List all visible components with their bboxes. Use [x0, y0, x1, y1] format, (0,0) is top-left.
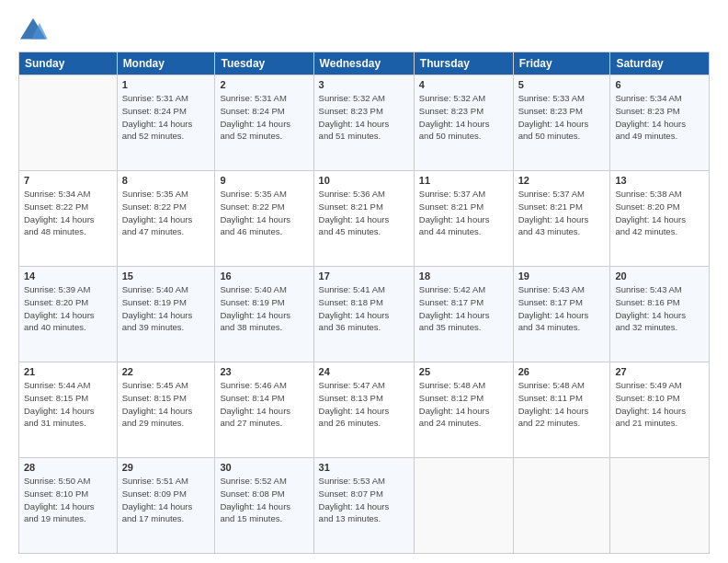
day-number: 24 — [319, 366, 409, 377]
day-number: 5 — [518, 79, 606, 90]
day-number: 6 — [615, 79, 704, 90]
calendar-day-header: Sunday — [19, 52, 118, 75]
calendar-table: SundayMondayTuesdayWednesdayThursdayFrid… — [18, 52, 710, 554]
calendar-cell — [513, 458, 610, 554]
day-info: Sunrise: 5:49 AMSunset: 8:10 PMDaylight:… — [615, 379, 704, 430]
calendar-cell: 11Sunrise: 5:37 AMSunset: 8:21 PMDayligh… — [414, 171, 513, 267]
day-number: 15 — [122, 270, 210, 282]
calendar-cell: 26Sunrise: 5:48 AMSunset: 8:11 PMDayligh… — [513, 362, 610, 458]
calendar-day-header: Thursday — [414, 52, 513, 75]
calendar-day-header: Wednesday — [313, 52, 414, 75]
calendar-cell: 19Sunrise: 5:43 AMSunset: 8:17 PMDayligh… — [513, 267, 610, 362]
day-number: 18 — [419, 270, 508, 282]
calendar-cell: 18Sunrise: 5:42 AMSunset: 8:17 PMDayligh… — [414, 267, 513, 362]
day-number: 20 — [615, 270, 704, 282]
day-info: Sunrise: 5:32 AMSunset: 8:23 PMDaylight:… — [319, 92, 409, 143]
day-info: Sunrise: 5:40 AMSunset: 8:19 PMDaylight:… — [122, 283, 210, 334]
day-number: 25 — [419, 366, 508, 377]
day-number: 16 — [220, 270, 308, 282]
day-info: Sunrise: 5:35 AMSunset: 8:22 PMDaylight:… — [220, 188, 308, 238]
page: SundayMondayTuesdayWednesdayThursdayFrid… — [0, 0, 728, 563]
day-info: Sunrise: 5:37 AMSunset: 8:21 PMDaylight:… — [419, 188, 508, 238]
calendar-cell: 8Sunrise: 5:35 AMSunset: 8:22 PMDaylight… — [117, 171, 215, 267]
calendar-week-row: 28Sunrise: 5:50 AMSunset: 8:10 PMDayligh… — [19, 458, 710, 554]
calendar-cell — [414, 458, 513, 554]
calendar-cell: 20Sunrise: 5:43 AMSunset: 8:16 PMDayligh… — [610, 267, 710, 362]
day-info: Sunrise: 5:46 AMSunset: 8:14 PMDaylight:… — [220, 379, 308, 430]
day-info: Sunrise: 5:51 AMSunset: 8:09 PMDaylight:… — [122, 475, 210, 525]
calendar-cell: 21Sunrise: 5:44 AMSunset: 8:15 PMDayligh… — [19, 362, 118, 458]
calendar-cell: 4Sunrise: 5:32 AMSunset: 8:23 PMDaylight… — [414, 75, 513, 171]
day-info: Sunrise: 5:50 AMSunset: 8:10 PMDaylight:… — [24, 475, 112, 525]
calendar-cell: 14Sunrise: 5:39 AMSunset: 8:20 PMDayligh… — [19, 267, 118, 362]
day-number: 30 — [220, 462, 308, 473]
day-info: Sunrise: 5:40 AMSunset: 8:19 PMDaylight:… — [220, 283, 308, 334]
calendar-cell: 23Sunrise: 5:46 AMSunset: 8:14 PMDayligh… — [215, 362, 313, 458]
day-number: 10 — [319, 175, 409, 186]
calendar-cell: 9Sunrise: 5:35 AMSunset: 8:22 PMDaylight… — [215, 171, 313, 267]
day-number: 14 — [24, 270, 112, 282]
calendar-cell: 17Sunrise: 5:41 AMSunset: 8:18 PMDayligh… — [313, 267, 414, 362]
header — [18, 17, 710, 42]
calendar-cell: 16Sunrise: 5:40 AMSunset: 8:19 PMDayligh… — [215, 267, 313, 362]
day-info: Sunrise: 5:48 AMSunset: 8:12 PMDaylight:… — [419, 379, 508, 430]
calendar-cell: 22Sunrise: 5:45 AMSunset: 8:15 PMDayligh… — [117, 362, 215, 458]
calendar-week-row: 1Sunrise: 5:31 AMSunset: 8:24 PMDaylight… — [19, 75, 710, 171]
calendar-cell: 12Sunrise: 5:37 AMSunset: 8:21 PMDayligh… — [513, 171, 610, 267]
day-info: Sunrise: 5:39 AMSunset: 8:20 PMDaylight:… — [24, 283, 112, 334]
day-info: Sunrise: 5:48 AMSunset: 8:11 PMDaylight:… — [518, 379, 606, 430]
day-info: Sunrise: 5:44 AMSunset: 8:15 PMDaylight:… — [24, 379, 112, 430]
day-number: 8 — [122, 175, 210, 186]
calendar-day-header: Saturday — [610, 52, 710, 75]
calendar-cell: 13Sunrise: 5:38 AMSunset: 8:20 PMDayligh… — [610, 171, 710, 267]
day-info: Sunrise: 5:37 AMSunset: 8:21 PMDaylight:… — [518, 188, 606, 238]
calendar-cell: 5Sunrise: 5:33 AMSunset: 8:23 PMDaylight… — [513, 75, 610, 171]
calendar-cell: 28Sunrise: 5:50 AMSunset: 8:10 PMDayligh… — [19, 458, 118, 554]
calendar-cell: 29Sunrise: 5:51 AMSunset: 8:09 PMDayligh… — [117, 458, 215, 554]
day-info: Sunrise: 5:35 AMSunset: 8:22 PMDaylight:… — [122, 188, 210, 238]
calendar-cell: 2Sunrise: 5:31 AMSunset: 8:24 PMDaylight… — [215, 75, 313, 171]
calendar-cell: 31Sunrise: 5:53 AMSunset: 8:07 PMDayligh… — [313, 458, 414, 554]
calendar-cell: 30Sunrise: 5:52 AMSunset: 8:08 PMDayligh… — [215, 458, 313, 554]
day-info: Sunrise: 5:42 AMSunset: 8:17 PMDaylight:… — [419, 283, 508, 334]
day-number: 27 — [615, 366, 704, 377]
calendar-week-row: 14Sunrise: 5:39 AMSunset: 8:20 PMDayligh… — [19, 267, 710, 362]
day-number: 29 — [122, 462, 210, 473]
day-info: Sunrise: 5:41 AMSunset: 8:18 PMDaylight:… — [319, 283, 409, 334]
calendar-cell: 10Sunrise: 5:36 AMSunset: 8:21 PMDayligh… — [313, 171, 414, 267]
day-number: 22 — [122, 366, 210, 377]
day-info: Sunrise: 5:31 AMSunset: 8:24 PMDaylight:… — [122, 92, 210, 143]
day-info: Sunrise: 5:43 AMSunset: 8:17 PMDaylight:… — [518, 283, 606, 334]
calendar-cell: 6Sunrise: 5:34 AMSunset: 8:23 PMDaylight… — [610, 75, 710, 171]
calendar-cell: 25Sunrise: 5:48 AMSunset: 8:12 PMDayligh… — [414, 362, 513, 458]
calendar-week-row: 7Sunrise: 5:34 AMSunset: 8:22 PMDaylight… — [19, 171, 710, 267]
calendar-cell: 24Sunrise: 5:47 AMSunset: 8:13 PMDayligh… — [313, 362, 414, 458]
day-number: 13 — [615, 175, 704, 186]
calendar-cell: 3Sunrise: 5:32 AMSunset: 8:23 PMDaylight… — [313, 75, 414, 171]
calendar-week-row: 21Sunrise: 5:44 AMSunset: 8:15 PMDayligh… — [19, 362, 710, 458]
day-number: 26 — [518, 366, 606, 377]
day-number: 3 — [319, 79, 409, 90]
day-number: 1 — [122, 79, 210, 90]
day-number: 17 — [319, 270, 409, 282]
day-info: Sunrise: 5:38 AMSunset: 8:20 PMDaylight:… — [615, 188, 704, 238]
calendar-cell: 27Sunrise: 5:49 AMSunset: 8:10 PMDayligh… — [610, 362, 710, 458]
calendar-day-header: Monday — [117, 52, 215, 75]
calendar-header-row: SundayMondayTuesdayWednesdayThursdayFrid… — [19, 52, 710, 75]
calendar-cell: 1Sunrise: 5:31 AMSunset: 8:24 PMDaylight… — [117, 75, 215, 171]
day-number: 9 — [220, 175, 308, 186]
day-number: 2 — [220, 79, 308, 90]
day-info: Sunrise: 5:47 AMSunset: 8:13 PMDaylight:… — [319, 379, 409, 430]
calendar-cell — [610, 458, 710, 554]
day-number: 31 — [319, 462, 409, 473]
day-number: 7 — [24, 175, 112, 186]
day-info: Sunrise: 5:31 AMSunset: 8:24 PMDaylight:… — [220, 92, 308, 143]
day-info: Sunrise: 5:34 AMSunset: 8:22 PMDaylight:… — [24, 188, 112, 238]
logo-icon — [18, 17, 48, 42]
day-info: Sunrise: 5:53 AMSunset: 8:07 PMDaylight:… — [319, 475, 409, 525]
calendar-cell — [19, 75, 118, 171]
day-number: 12 — [518, 175, 606, 186]
day-info: Sunrise: 5:33 AMSunset: 8:23 PMDaylight:… — [518, 92, 606, 143]
day-info: Sunrise: 5:52 AMSunset: 8:08 PMDaylight:… — [220, 475, 308, 525]
day-number: 21 — [24, 366, 112, 377]
